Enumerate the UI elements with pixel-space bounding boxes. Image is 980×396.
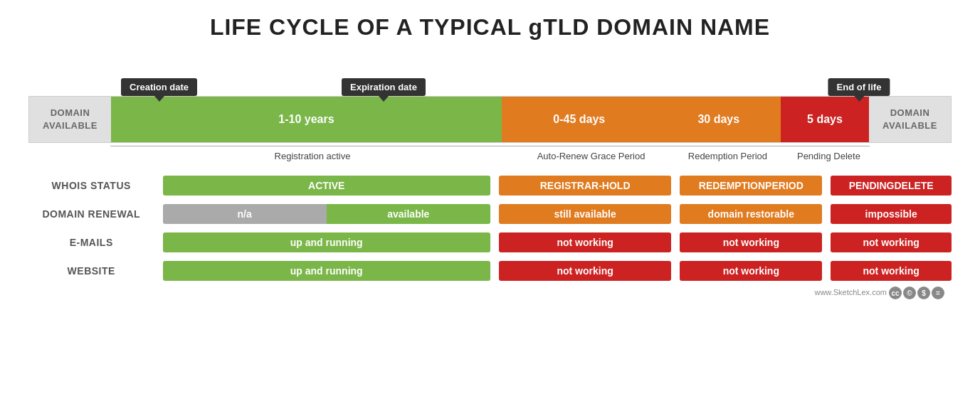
- redemption-label: Redemption Period: [668, 146, 788, 161]
- domain-available-right: DOMAINAVAILABLE: [869, 97, 951, 142]
- registration-active-label: Registration active: [110, 146, 515, 161]
- renewal-restorable: domain restorable: [680, 204, 822, 224]
- website-label: WEBSITE: [28, 261, 154, 281]
- period-0-45: 0-45 days: [502, 97, 657, 142]
- emails-not-working-1: not working: [499, 232, 671, 252]
- website-up: up and running: [163, 261, 490, 281]
- expiration-date-label: Expiration date: [342, 78, 426, 96]
- renewal-split: n/a available: [163, 204, 490, 224]
- by-icon: ©: [903, 287, 916, 299]
- website-not-working-2: not working: [680, 261, 822, 281]
- website-not-working-3: not working: [831, 261, 952, 281]
- emails-label: E-MAILS: [28, 232, 154, 252]
- whois-status-row: WHOIS STATUS ACTIVE REGISTRAR-HOLD REDEM…: [28, 176, 952, 196]
- emails-up: up and running: [163, 232, 490, 252]
- end-of-life-label: End of life: [828, 78, 890, 96]
- footer: www.SketchLex.com cc © $ =: [28, 287, 952, 299]
- timeline-bar: DOMAINAVAILABLE 1-10 years 0-45 days 30 …: [28, 96, 952, 143]
- renewal-available: available: [327, 204, 490, 224]
- page-title: LIFE CYCLE OF A TYPICAL gTLD DOMAIN NAME: [28, 14, 952, 41]
- nd-icon: =: [932, 287, 944, 299]
- footer-website: www.SketchLex.com: [814, 288, 886, 296]
- whois-registrar-hold: REGISTRAR-HOLD: [499, 176, 671, 196]
- domain-renewal-label: DOMAIN RENEWAL: [28, 204, 154, 224]
- creation-date-label: Creation date: [121, 78, 197, 96]
- renewal-na: n/a: [163, 204, 327, 224]
- emails-not-working-3: not working: [831, 232, 952, 252]
- emails-row: E-MAILS up and running not working not w…: [28, 232, 952, 252]
- period-5: 5 days: [781, 97, 869, 142]
- period-30: 30 days: [657, 97, 781, 142]
- whois-active: ACTIVE: [163, 176, 490, 196]
- cc-icon: cc: [889, 287, 902, 299]
- cc-icons: cc © $ =: [889, 287, 944, 299]
- pending-delete-label: Pending Delete: [788, 146, 870, 161]
- period-1-10: 1-10 years: [111, 97, 502, 142]
- emails-not-working-2: not working: [680, 232, 822, 252]
- whois-pending-delete: PENDINGDELETE: [831, 176, 952, 196]
- website-row: WEBSITE up and running not working not w…: [28, 261, 952, 281]
- website-not-working-1: not working: [499, 261, 671, 281]
- whois-redemption: REDEMPTIONPERIOD: [680, 176, 822, 196]
- domain-available-left: DOMAINAVAILABLE: [29, 97, 111, 142]
- renewal-still-available: still available: [499, 204, 671, 224]
- nc-icon: $: [917, 287, 930, 299]
- status-table: WHOIS STATUS ACTIVE REGISTRAR-HOLD REDEM…: [28, 176, 952, 281]
- renewal-impossible: impossible: [831, 204, 952, 224]
- auto-renew-label: Auto-Renew Grace Period: [515, 146, 668, 161]
- period-labels: Registration active Auto-Renew Grace Per…: [28, 146, 952, 161]
- domain-renewal-row: DOMAIN RENEWAL n/a available still avail…: [28, 204, 952, 224]
- whois-status-label: WHOIS STATUS: [28, 176, 154, 196]
